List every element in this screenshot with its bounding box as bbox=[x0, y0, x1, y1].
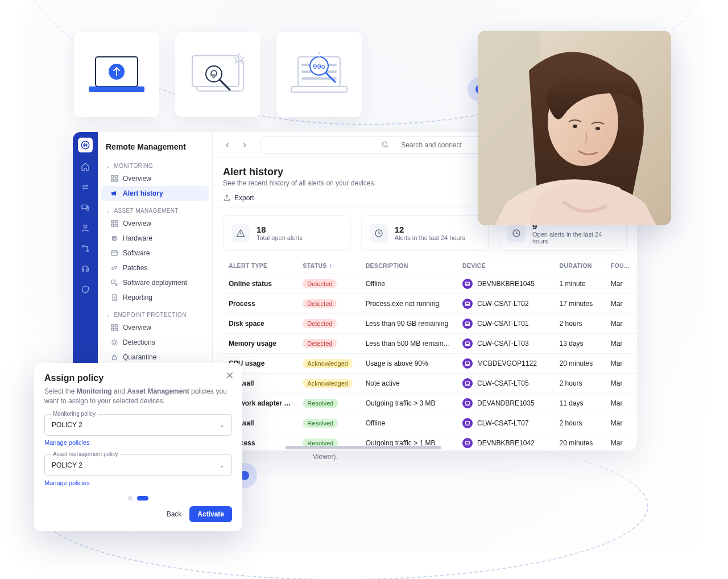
cell-device[interactable]: CLW-CSAT-LT02 bbox=[457, 294, 553, 314]
table-header[interactable]: STATUS↑ bbox=[297, 258, 359, 274]
cell-status: Detected bbox=[297, 314, 359, 334]
home-icon[interactable] bbox=[79, 160, 92, 173]
sidebar-item-hardware[interactable]: Hardware bbox=[98, 231, 212, 246]
sidebar-item-detections[interactable]: Detections bbox=[98, 335, 212, 350]
table-header[interactable]: ALERT TYPE bbox=[223, 258, 297, 274]
svg-rect-1 bbox=[89, 86, 144, 92]
sidebar-item-overview-ep[interactable]: Overview bbox=[98, 320, 212, 335]
cell-device[interactable]: CLW-CSAT-LT01 bbox=[457, 314, 553, 334]
app-logo[interactable] bbox=[78, 138, 93, 152]
cell-status: Detected bbox=[297, 334, 359, 354]
cell-duration: 20 minutes bbox=[554, 354, 605, 374]
cell-found: Mar bbox=[605, 433, 637, 451]
cell-description: Less than 90 GB remaining bbox=[360, 314, 457, 334]
cell-found: Mar bbox=[605, 374, 637, 394]
grid-icon bbox=[110, 175, 118, 183]
manage-policies-link[interactable]: Manage policies bbox=[44, 439, 90, 446]
svg-rect-37 bbox=[111, 280, 115, 283]
cell-duration: 2 hours bbox=[554, 374, 605, 394]
close-icon[interactable] bbox=[225, 371, 234, 382]
table-header[interactable]: DURATION bbox=[554, 258, 605, 274]
activate-button[interactable]: Activate bbox=[189, 506, 232, 522]
svg-rect-28 bbox=[115, 179, 117, 181]
svg-rect-39 bbox=[115, 325, 117, 327]
svg-point-42 bbox=[113, 341, 116, 344]
cell-device[interactable]: CLW-CSAT-LT07 bbox=[457, 413, 553, 433]
table-header[interactable]: FOUND bbox=[605, 258, 637, 274]
svg-point-23 bbox=[82, 246, 84, 247]
monitoring-policy-select[interactable]: Monitoring policy POLICY 2 ⌄ bbox=[44, 414, 232, 436]
svg-rect-32 bbox=[115, 224, 117, 226]
sidebar-group-endpoint-protection[interactable]: ⌄ ENDPOINT PROTECTION bbox=[98, 307, 212, 320]
sidebar-item-software[interactable]: Software bbox=[98, 246, 212, 260]
svg-rect-38 bbox=[111, 325, 114, 327]
cell-duration: 2 hours bbox=[554, 413, 605, 433]
nav-back-button[interactable] bbox=[221, 138, 234, 152]
cell-found: Mar bbox=[605, 394, 637, 413]
svg-rect-30 bbox=[115, 221, 117, 223]
table-row[interactable]: FirewallResolvedOfflineCLW-CSAT-LT072 ho… bbox=[223, 413, 637, 433]
sidebar-item-overview[interactable]: Overview bbox=[98, 171, 212, 186]
horizontal-scrollbar[interactable] bbox=[286, 445, 597, 450]
sidebar-item-patches[interactable]: Patches bbox=[98, 260, 212, 275]
app-title: Remote Management bbox=[98, 138, 212, 157]
modal-stepper bbox=[44, 496, 232, 501]
table-row[interactable]: CPU usageAcknowledgedUsage is above 90%M… bbox=[223, 354, 637, 374]
step-active bbox=[137, 496, 148, 501]
device-icon bbox=[462, 398, 473, 408]
lock-icon bbox=[110, 353, 118, 361]
shield-icon[interactable] bbox=[79, 283, 92, 296]
table-row[interactable]: ProcessDetectedProcess.exe not runningCL… bbox=[223, 294, 637, 314]
chevron-down-icon: ⌄ bbox=[106, 208, 110, 214]
svg-rect-43 bbox=[113, 357, 117, 359]
status-badge: Resolved bbox=[303, 399, 338, 408]
patch-icon bbox=[110, 264, 118, 272]
user-icon[interactable] bbox=[79, 222, 92, 234]
table-row[interactable]: Memory usageDetectedLess than 500 MB rem… bbox=[223, 334, 637, 354]
export-icon bbox=[223, 194, 231, 202]
table-header[interactable]: DEVICE bbox=[457, 258, 553, 274]
svg-point-18 bbox=[595, 127, 600, 130]
field-label: Asset management policy bbox=[51, 451, 121, 457]
svg-rect-53 bbox=[466, 402, 470, 404]
export-button[interactable]: Export bbox=[223, 194, 254, 202]
device-icon bbox=[462, 418, 473, 428]
cell-device[interactable]: MCBDEVGOP1122 bbox=[457, 354, 553, 374]
sidebar-group-asset-management[interactable]: ⌄ ASSET MANAGEMENT bbox=[98, 203, 212, 216]
table-row[interactable]: Network adapter trafficResolvedOutgoing … bbox=[223, 394, 637, 413]
sidebar-item-software-deployment[interactable]: Software deployment bbox=[98, 275, 212, 290]
transfer-icon[interactable] bbox=[79, 181, 92, 193]
table-row[interactable]: Online statusDetectedOfflineDEVNBKBRE104… bbox=[223, 274, 637, 294]
table-header[interactable]: DESCRIPTION bbox=[360, 258, 457, 274]
devices-icon[interactable] bbox=[79, 201, 92, 214]
cell-device[interactable]: CLW-CSAT-LT05 bbox=[457, 374, 553, 394]
workflow-icon[interactable] bbox=[79, 242, 92, 255]
device-icon bbox=[462, 378, 473, 388]
sidebar-item-alert-history[interactable]: Alert history bbox=[101, 186, 209, 201]
sidebar-item-overview-am[interactable]: Overview bbox=[98, 216, 212, 231]
chevron-down-icon: ⌄ bbox=[106, 163, 110, 169]
cell-found: Mar bbox=[605, 274, 637, 294]
table-row[interactable]: Disk spaceDetectedLess than 90 GB remain… bbox=[223, 314, 637, 334]
grid-icon bbox=[110, 220, 118, 228]
table-row[interactable]: FirewallAcknowledgedNote activeCLW-CSAT-… bbox=[223, 374, 637, 394]
metric-alerts-24h: 12Alerts in the last 24 hours bbox=[361, 215, 489, 251]
support-icon[interactable] bbox=[79, 263, 92, 275]
modal-title: Assign policy bbox=[44, 373, 232, 383]
svg-rect-55 bbox=[466, 441, 470, 444]
manage-policies-link[interactable]: Manage policies bbox=[44, 479, 90, 486]
cell-device[interactable]: DEVNBKBRE1045 bbox=[457, 274, 553, 294]
cell-found: Mar bbox=[605, 413, 637, 433]
back-button[interactable]: Back bbox=[167, 510, 182, 518]
status-badge: Resolved bbox=[303, 419, 338, 428]
cell-status: Acknowledged bbox=[297, 354, 359, 374]
grid-icon bbox=[110, 324, 118, 332]
cell-duration: 11 days bbox=[554, 394, 605, 413]
nav-forward-button[interactable] bbox=[238, 138, 251, 152]
cell-device[interactable]: CLW-CSAT-LT03 bbox=[457, 334, 553, 354]
sidebar-item-reporting[interactable]: Reporting bbox=[98, 290, 212, 305]
asset-management-policy-select[interactable]: Asset management policy POLICY 2 ⌄ bbox=[44, 454, 232, 476]
svg-point-17 bbox=[573, 125, 577, 128]
sidebar-group-monitoring[interactable]: ⌄ MONITORING bbox=[98, 158, 212, 171]
cell-device[interactable]: DEVANDBRE1035 bbox=[457, 394, 553, 413]
